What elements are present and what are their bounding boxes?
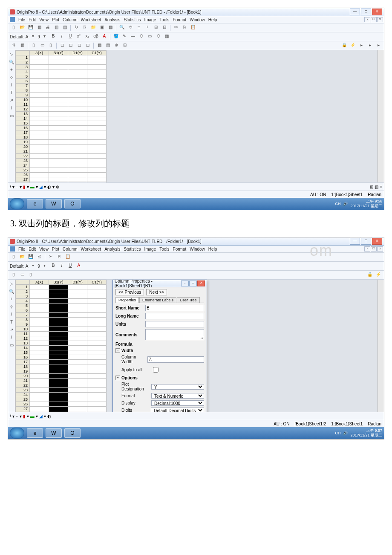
cell[interactable] — [49, 289, 68, 294]
cell[interactable] — [49, 336, 68, 341]
cell[interactable] — [87, 79, 107, 84]
row-header[interactable]: 9 — [16, 93, 30, 98]
cell[interactable] — [49, 364, 68, 369]
row-header[interactable]: 10 — [16, 327, 30, 332]
pie-icon[interactable]: ◐ — [47, 185, 51, 189]
cell[interactable] — [49, 173, 68, 177]
row-header[interactable]: 25 — [16, 168, 30, 173]
row-header[interactable]: 17 — [16, 360, 30, 364]
scrollbar[interactable] — [378, 280, 384, 412]
cell[interactable] — [49, 60, 68, 65]
sub-close[interactable]: x — [377, 246, 383, 251]
task-origin[interactable]: O — [64, 428, 81, 438]
cell[interactable] — [87, 388, 107, 393]
lock-icon[interactable]: 🔒 — [366, 271, 374, 279]
row-header[interactable]: 16 — [16, 126, 30, 130]
close-button[interactable]: ✕ — [372, 9, 382, 15]
sub-restore[interactable]: □ — [371, 246, 377, 251]
lock-icon[interactable]: 🔒 — [340, 42, 348, 49]
cell[interactable] — [30, 74, 49, 79]
cell[interactable] — [30, 374, 49, 379]
refresh-icon[interactable]: ↻ — [72, 24, 80, 32]
cell[interactable] — [87, 364, 107, 369]
row-header[interactable]: 9 — [16, 322, 30, 327]
cell[interactable] — [68, 60, 87, 65]
row-header[interactable]: 22 — [16, 154, 30, 159]
row-header[interactable]: 26 — [16, 402, 30, 407]
cell[interactable] — [68, 79, 87, 84]
cell[interactable] — [49, 313, 68, 318]
cell[interactable] — [49, 102, 68, 107]
data-select-icon[interactable]: ⊹ — [9, 304, 14, 309]
row-header[interactable]: 12 — [16, 336, 30, 341]
cell[interactable] — [30, 112, 49, 116]
cell[interactable] — [87, 304, 107, 308]
worksheet[interactable]: A(X)B1(Y)D1(Y)C1(Y)123456789101112131415… — [15, 50, 378, 182]
cell[interactable] — [87, 126, 107, 130]
row-header[interactable]: 27 — [16, 407, 30, 411]
menu-analysis[interactable]: Analysis — [104, 17, 120, 22]
font-size[interactable]: 9 — [37, 264, 40, 269]
cell[interactable] — [30, 388, 49, 393]
cell[interactable] — [49, 149, 68, 154]
col-width-input[interactable] — [147, 356, 204, 363]
cell[interactable] — [49, 65, 68, 69]
task-ie[interactable]: e — [27, 199, 43, 208]
cell[interactable] — [87, 407, 107, 411]
cell[interactable] — [87, 379, 107, 383]
dialog-maximize[interactable]: □ — [189, 280, 197, 286]
menu-edit[interactable]: Edit — [29, 247, 36, 251]
cell[interactable] — [30, 332, 49, 336]
row-header[interactable]: 24 — [16, 393, 30, 397]
cell[interactable] — [68, 379, 87, 383]
line-icon[interactable]: / — [9, 106, 14, 111]
cell[interactable] — [30, 163, 49, 168]
text-icon[interactable]: T — [9, 90, 14, 95]
extract-icon[interactable]: ⊟ — [161, 24, 168, 32]
cell[interactable] — [87, 411, 107, 412]
cell[interactable] — [49, 116, 68, 121]
cell[interactable] — [87, 69, 107, 74]
cell[interactable] — [49, 299, 68, 304]
cell[interactable] — [49, 294, 68, 299]
column-header[interactable]: C1(Y) — [87, 280, 107, 285]
row-header[interactable]: 16 — [16, 355, 30, 360]
zoom-tool-icon[interactable]: 🔍 — [9, 289, 14, 294]
cell[interactable] — [30, 407, 49, 411]
row-header[interactable]: 15 — [16, 350, 30, 355]
cell[interactable] — [30, 299, 49, 304]
cell[interactable] — [49, 346, 68, 350]
cell[interactable] — [49, 163, 68, 168]
cell[interactable] — [87, 299, 107, 304]
cell[interactable] — [30, 350, 49, 355]
units-input[interactable] — [145, 321, 204, 327]
cell[interactable] — [68, 304, 87, 308]
cell[interactable] — [30, 79, 49, 84]
cell[interactable] — [68, 102, 87, 107]
cell[interactable] — [87, 336, 107, 341]
cell[interactable] — [68, 163, 87, 168]
cell[interactable] — [30, 159, 49, 163]
menu-image[interactable]: Image — [144, 17, 156, 22]
cell[interactable] — [87, 332, 107, 336]
cell[interactable] — [68, 121, 87, 126]
cell[interactable] — [49, 411, 68, 412]
cell[interactable] — [87, 112, 107, 116]
row-header[interactable]: 21 — [16, 379, 30, 383]
greek-icon[interactable]: αβ — [92, 33, 100, 40]
row-header[interactable]: 28 — [16, 182, 30, 183]
cell[interactable] — [87, 149, 107, 154]
row-header[interactable]: 14 — [16, 346, 30, 350]
cell[interactable] — [49, 168, 68, 173]
cell[interactable] — [30, 88, 49, 93]
cell[interactable] — [68, 393, 87, 397]
cell[interactable] — [49, 93, 68, 98]
display-select[interactable]: Decimal:1000 — [151, 400, 204, 406]
template-icon[interactable]: ▦ — [35, 24, 43, 32]
cell[interactable] — [30, 55, 49, 60]
cell[interactable] — [30, 318, 49, 322]
cell[interactable] — [49, 140, 68, 145]
rect-icon[interactable]: ▭ — [9, 113, 14, 119]
data-select-icon[interactable]: ⊹ — [9, 75, 14, 80]
cell[interactable] — [68, 154, 87, 159]
